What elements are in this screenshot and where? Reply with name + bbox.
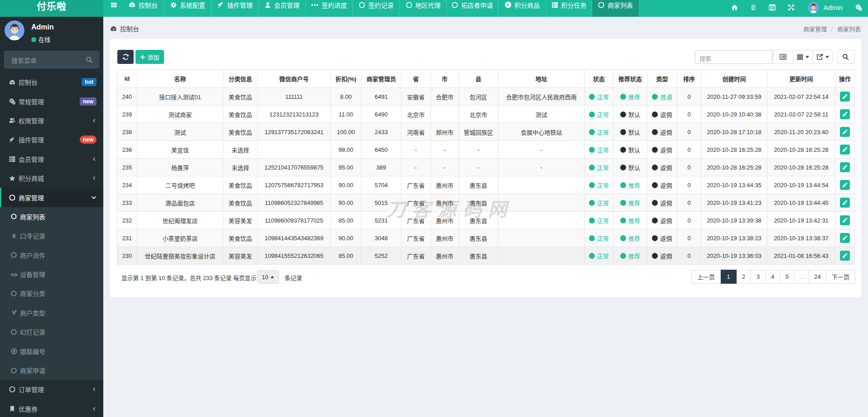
- svg-text:8: 8: [13, 349, 15, 354]
- svg-text:¥: ¥: [12, 233, 16, 239]
- svg-text:P: P: [506, 2, 510, 7]
